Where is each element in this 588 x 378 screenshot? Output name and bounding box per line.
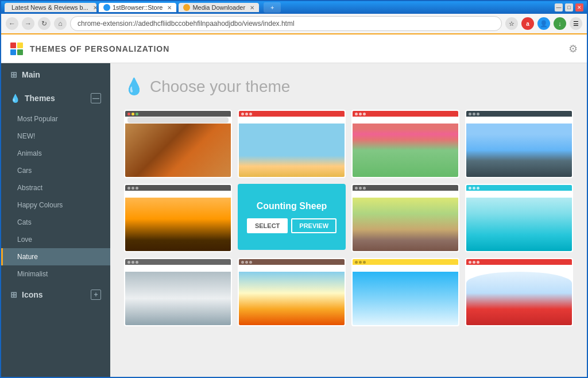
theme-card-counting-sheep[interactable]: Counting Sheep SELECT PREVIEW [238,184,346,250]
sidebar-label-icons: Icons [22,290,43,299]
select-button[interactable]: SELECT [247,218,288,233]
title-bar: Latest News & Reviews b... ✕ 1stBrowser:… [1,1,587,14]
sidebar-sub-cars[interactable]: Cars [1,162,110,179]
sidebar-sub-most-popular[interactable]: Most Popular [1,110,110,128]
tab-downloader[interactable]: Media Downloader ✕ [179,3,259,12]
maximize-button[interactable]: □ [565,3,573,11]
icons-section-icon: ⊞ [10,290,17,299]
counting-sheep-buttons: SELECT PREVIEW [247,218,336,233]
home-button[interactable]: ⌂ [54,17,67,30]
sidebar: ⊞ Main 💧 Themes — Most Popular NEW! Anim… [1,63,110,377]
logo-sq-red [10,43,16,48]
drop-icon: 💧 [124,77,144,96]
tab-label-news: Latest News & Reviews b... [11,4,88,11]
sidebar-sub-new[interactable]: NEW! [1,128,110,145]
sidebar-section-icons[interactable]: ⊞ Icons + [1,283,110,307]
themes-drop-icon: 💧 [10,94,20,103]
forward-button[interactable]: → [22,17,34,30]
sidebar-sub-minimalist[interactable]: Minimalist [1,265,110,283]
main-section-icon: ⊞ [10,70,17,79]
theme-card-11[interactable] [351,258,459,326]
sidebar-section-themes[interactable]: 💧 Themes — [1,86,110,110]
icons-expand-icon[interactable]: + [91,290,101,300]
sidebar-sub-nature[interactable]: Nature [1,248,110,265]
preview-button[interactable]: PREVIEW [291,218,336,233]
url-text: chrome-extension://adedhcfliidbccobehfil… [78,20,295,28]
tab-icon-store [103,4,110,11]
sidebar-label-main: Main [22,70,40,79]
gear-icon[interactable]: ⚙ [568,43,578,55]
logo-sq-blue [10,49,16,55]
back-button[interactable]: ← [6,17,18,30]
content-area: 💧 Choose your theme [110,63,587,377]
tab-store[interactable]: 1stBrowser::Store ✕ [99,3,176,12]
new-tab-button[interactable]: + [264,2,281,13]
header-left: THEMES OF PERSONALIZATION [10,43,169,55]
main-content: ⊞ Main 💧 Themes — Most Popular NEW! Anim… [1,63,587,377]
app-header: THEMES OF PERSONALIZATION ⚙ [1,34,587,63]
url-bar[interactable]: chrome-extension://adedhcfliidbccobehfil… [70,16,502,31]
close-button[interactable]: ✕ [575,3,583,11]
sidebar-sub-abstract[interactable]: Abstract [1,179,110,196]
logo [10,43,23,55]
theme-card-12[interactable] [465,258,573,326]
sidebar-sub-animals[interactable]: Animals [1,145,110,162]
theme-card-2[interactable] [238,110,346,178]
menu-icon[interactable]: ☰ [570,17,582,30]
theme-card-5[interactable] [124,184,232,252]
theme-card-9[interactable] [124,258,232,326]
tab-icon-downloader [183,4,190,11]
tab-label-downloader: Media Downloader [192,4,245,11]
ask-icon[interactable]: a [521,17,534,30]
sidebar-sub-love[interactable]: Love [1,231,110,248]
bookmark-icon[interactable]: ☆ [505,17,518,30]
app-title: THEMES OF PERSONALIZATION [30,44,169,53]
refresh-button[interactable]: ↻ [38,17,51,30]
address-bar: ← → ↻ ⌂ chrome-extension://adedhcfliidbc… [1,14,587,34]
theme-card-4[interactable] [465,110,573,178]
logo-sq-yellow [17,43,23,48]
theme-card-8[interactable] [465,184,573,252]
sidebar-label-themes: Themes [25,94,55,103]
tab-close-news[interactable]: ✕ [93,5,96,11]
theme-card-10[interactable] [238,258,346,326]
tab-news[interactable]: Latest News & Reviews b... ✕ [5,3,96,12]
download-icon[interactable]: ↓ [554,17,566,30]
address-icons: ☆ a 👤 ↓ ☰ [505,17,582,30]
themes-grid: Counting Sheep SELECT PREVIEW [124,110,573,326]
browser-frame: Latest News & Reviews b... ✕ 1stBrowser:… [0,0,588,378]
sidebar-section-main[interactable]: ⊞ Main [1,63,110,86]
logo-sq-green [17,49,23,55]
themes-expand-icon[interactable]: — [91,93,101,103]
user-icon[interactable]: 👤 [537,17,550,30]
page-title: 💧 Choose your theme [124,77,573,96]
window-controls: — □ ✕ [555,3,583,11]
theme-card-7[interactable] [351,184,459,252]
tab-close-store[interactable]: ✕ [167,5,172,11]
page-title-text: Choose your theme [150,78,290,96]
sidebar-sub-happy-colours[interactable]: Happy Colours [1,196,110,214]
tab-close-downloader[interactable]: ✕ [250,5,254,11]
tab-label-store: 1stBrowser::Store [113,4,163,11]
theme-card-1[interactable] [124,110,232,178]
counting-sheep-title: Counting Sheep [257,201,327,211]
theme-card-3[interactable] [351,110,459,178]
app-container: THEMES OF PERSONALIZATION ⚙ ⊞ Main 💧 [1,34,587,377]
sidebar-sub-cats[interactable]: Cats [1,214,110,231]
tabs-container: Latest News & Reviews b... ✕ 1stBrowser:… [5,2,281,13]
minimize-button[interactable]: — [555,3,563,11]
